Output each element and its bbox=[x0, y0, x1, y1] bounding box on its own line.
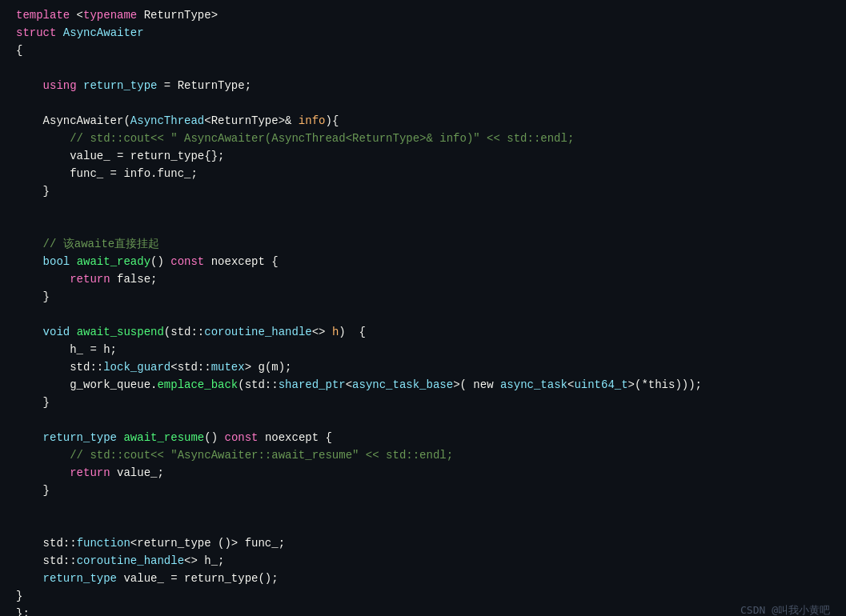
code-line bbox=[0, 517, 846, 534]
code-line: return_type value_ = return_type(); bbox=[0, 570, 846, 587]
code-line: } bbox=[0, 182, 846, 200]
code-line: template <typename ReturnType> bbox=[0, 6, 846, 24]
code-line: // std::cout<< " AsyncAwaiter(AsyncThrea… bbox=[0, 130, 846, 147]
code-line: bool await_ready() const noexcept { bbox=[0, 253, 846, 270]
code-line: } bbox=[0, 587, 846, 605]
code-line bbox=[0, 306, 846, 323]
code-line: func_ = info.func_; bbox=[0, 165, 846, 182]
code-line bbox=[0, 94, 846, 112]
code-content: template <typename ReturnType>struct Asy… bbox=[0, 6, 846, 616]
code-editor: template <typename ReturnType>struct Asy… bbox=[0, 0, 846, 616]
code-line: g_work_queue.emplace_back(std::shared_pt… bbox=[0, 376, 846, 394]
code-line: { bbox=[0, 42, 846, 59]
code-line: } bbox=[0, 288, 846, 306]
code-line: AsyncAwaiter(AsyncThread<ReturnType>& in… bbox=[0, 112, 846, 130]
code-line: return false; bbox=[0, 270, 846, 288]
code-line bbox=[0, 411, 846, 429]
watermark: CSDN @叫我小黄吧 bbox=[740, 602, 830, 616]
code-line: std::coroutine_handle<> h_; bbox=[0, 552, 846, 570]
code-line: using return_type = ReturnType; bbox=[0, 77, 846, 94]
code-line bbox=[0, 200, 846, 218]
code-line: value_ = return_type{}; bbox=[0, 147, 846, 165]
code-line: // std::cout<< "AsyncAwaiter::await_resu… bbox=[0, 446, 846, 464]
code-line: struct AsyncAwaiter bbox=[0, 24, 846, 42]
code-line: // 该awaite直接挂起 bbox=[0, 235, 846, 253]
code-line bbox=[0, 499, 846, 517]
code-line: std::function<return_type ()> func_; bbox=[0, 534, 846, 552]
code-line: return value_; bbox=[0, 464, 846, 482]
code-line bbox=[0, 218, 846, 235]
code-line: std::lock_guard<std::mutex> g(m); bbox=[0, 358, 846, 376]
code-line: void await_suspend(std::coroutine_handle… bbox=[0, 323, 846, 341]
code-line: }; bbox=[0, 605, 846, 616]
code-line: h_ = h; bbox=[0, 341, 846, 358]
code-line: } bbox=[0, 482, 846, 499]
code-line: return_type await_resume() const noexcep… bbox=[0, 429, 846, 446]
code-line bbox=[0, 59, 846, 77]
code-line: } bbox=[0, 394, 846, 411]
